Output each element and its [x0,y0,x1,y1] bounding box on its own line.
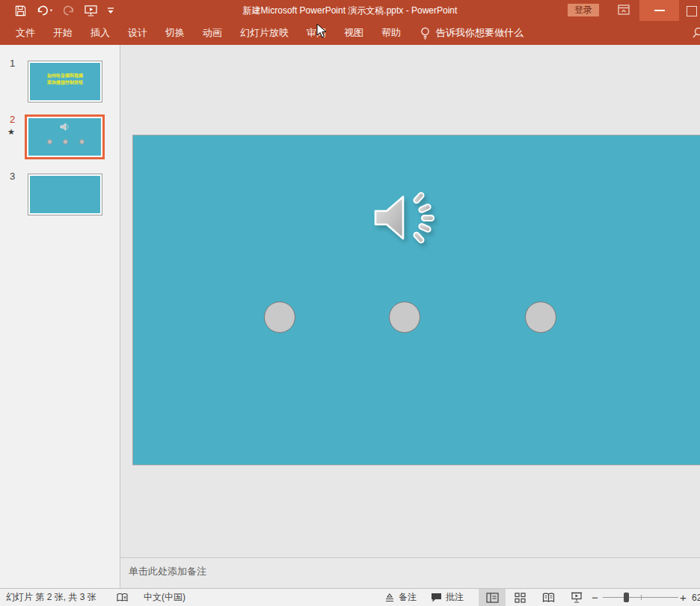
mini-circle [79,139,85,144]
comments-toggle-label: 批注 [446,591,464,604]
zoom-percentage[interactable]: 62 [692,589,700,606]
comments-toggle[interactable]: 批注 [431,589,464,606]
tell-me-box[interactable]: 告诉我你想要做什么 [420,26,524,40]
slide-sorter-view-button[interactable] [506,589,533,606]
slide-3-thumbnail[interactable] [28,174,102,215]
tab-help[interactable]: 帮助 [372,21,410,45]
notes-placeholder[interactable]: 单击此处添加备注 [129,565,206,578]
powerpoint-window: 新建Microsoft PowerPoint 演示文稿.pptx - Power… [0,0,700,606]
slide-2-thumbnail-canvas [28,118,101,156]
comment-icon [431,593,442,602]
placeholder-circle-2[interactable] [389,302,420,333]
placeholder-circle-1[interactable] [264,302,295,333]
mini-circle [63,139,68,144]
normal-view-button[interactable] [479,589,506,606]
slide-canvas[interactable] [132,135,700,465]
zoom-out-button[interactable]: − [592,589,598,606]
search-icon[interactable] [691,26,700,40]
start-slideshow-icon[interactable] [85,2,97,19]
slide-2-thumbnail[interactable] [25,114,105,159]
animation-star-icon: ★ [7,127,15,137]
placeholder-circle-3[interactable] [525,302,556,333]
slide-1-thumbnail[interactable]: 如何给音频和视频 添加播放控制按钮 [28,61,102,102]
ribbon-tabs: 文件 开始 插入 设计 切换 动画 幻灯片放映 审阅 视图 帮助 告诉我你想要做… [7,21,524,45]
audio-speaker-icon[interactable] [371,191,440,246]
minimize-button[interactable] [639,0,679,21]
tab-slideshow[interactable]: 幻灯片放映 [231,21,298,45]
tab-home[interactable]: 开始 [44,21,82,45]
slide-position-label[interactable]: 幻灯片 第 2 张, 共 3 张 [6,589,96,606]
zoom-slider-handle[interactable] [624,593,629,602]
main-area: 1 如何给音频和视频 添加播放控制按钮 2 ★ 3 [0,45,700,588]
slide-1-number: 1 [10,58,15,69]
slide-3-number: 3 [10,171,15,182]
notes-toggle-label: 备注 [399,591,417,604]
tell-me-label: 告诉我你想要做什么 [436,26,524,40]
proofing-icon[interactable] [117,589,128,606]
undo-button[interactable] [36,2,54,19]
slide-1-title-text: 如何给音频和视频 添加播放控制按钮 [28,73,102,86]
save-icon[interactable] [15,2,26,19]
zoom-slider-midpoint [641,595,642,600]
ribbon-display-options-icon[interactable] [618,4,630,16]
slide-editor: 单击此处添加备注 [120,45,700,588]
quick-access-toolbar [15,0,114,21]
notes-pane[interactable]: 单击此处添加备注 [120,557,700,588]
notes-icon [384,593,395,602]
status-bar: 幻灯片 第 2 张, 共 3 张 中文(中国) 备注 批注 − + 6 [0,588,700,606]
normal-view-icon [486,593,499,603]
ribbon-tab-bar: 文件 开始 插入 设计 切换 动画 幻灯片放映 审阅 视图 帮助 告诉我你想要做… [0,21,700,45]
sign-in-button[interactable]: 登录 [568,4,599,16]
tab-file[interactable]: 文件 [7,21,44,45]
title-bar: 新建Microsoft PowerPoint 演示文稿.pptx - Power… [0,0,700,21]
slideshow-icon [571,592,583,603]
lightbulb-icon [420,27,430,40]
tab-transitions[interactable]: 切换 [156,21,194,45]
tab-insert[interactable]: 插入 [82,21,119,45]
minimize-icon [654,10,665,11]
tab-view[interactable]: 视图 [335,21,372,45]
reading-view-button[interactable] [535,589,562,606]
mini-circle [47,139,52,144]
slideshow-view-button[interactable] [563,589,590,606]
maximize-button[interactable] [687,6,697,16]
slide-sorter-icon [515,593,526,603]
reading-view-icon [542,593,555,603]
zoom-in-button[interactable]: + [680,589,687,606]
tab-review[interactable]: 审阅 [298,21,335,45]
mini-speaker-icon [60,123,70,131]
language-label[interactable]: 中文(中国) [144,589,185,606]
customize-qat-icon[interactable] [107,2,114,19]
slide-2-number: 2 [10,114,15,125]
tab-design[interactable]: 设计 [119,21,156,45]
notes-toggle[interactable]: 备注 [384,589,417,606]
tab-animations[interactable]: 动画 [194,21,231,45]
redo-button [64,2,75,19]
slide-thumbnail-panel[interactable]: 1 如何给音频和视频 添加播放控制按钮 2 ★ 3 [0,45,120,588]
